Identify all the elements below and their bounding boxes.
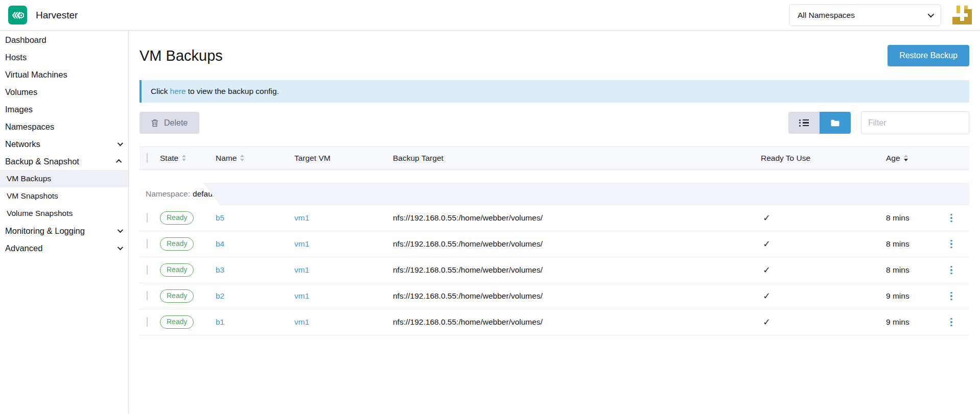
target-vm-link[interactable]: vm1 (294, 265, 309, 274)
user-avatar[interactable] (952, 6, 972, 25)
table-row: Ready b5 vm1 nfs://192.168.0.55:/home/we… (139, 205, 969, 231)
filter-input[interactable] (861, 111, 969, 134)
row-actions-menu[interactable] (947, 318, 956, 327)
main-content: VM Backups Restore Backup Click here to … (129, 31, 980, 414)
banner-text-post: to view the backup config. (188, 87, 279, 96)
sidebar-item-label: Networks (5, 139, 40, 149)
column-header-state[interactable]: State (160, 154, 216, 163)
sidebar-item-hosts[interactable]: Hosts (0, 48, 128, 66)
sidebar-item-label: Dashboard (5, 35, 46, 45)
sidebar-item-label: Volumes (5, 87, 37, 97)
column-header-target-vm[interactable]: Target VM (294, 154, 393, 163)
sidebar-item-monitoring-logging[interactable]: Monitoring & Logging (0, 222, 128, 239)
sidebar-item-vm-snapshots[interactable]: VM Snapshots (0, 187, 128, 205)
age-value: 9 mins (886, 291, 909, 300)
select-all-checkbox[interactable] (147, 153, 148, 163)
target-vm-link[interactable]: vm1 (294, 213, 309, 222)
state-badge: Ready (160, 315, 194, 329)
row-checkbox[interactable] (147, 291, 148, 301)
sidebar-item-dashboard[interactable]: Dashboard (0, 31, 128, 48)
table-row: Ready b4 vm1 nfs://192.168.0.55:/home/we… (139, 231, 969, 257)
column-header-label: Target VM (294, 154, 331, 163)
table-header-row: State Name Target VM Backup Target Ready… (139, 147, 969, 169)
row-checkbox[interactable] (147, 317, 148, 327)
chevron-down-icon (118, 140, 123, 146)
column-header-name[interactable]: Name (216, 154, 294, 163)
list-view-icon (799, 118, 809, 128)
sidebar-item-label: Images (5, 105, 33, 114)
backup-target-value: nfs://192.168.0.55:/home/webber/volumes/ (393, 239, 543, 248)
namespace-selector[interactable]: All Namespaces (789, 4, 941, 26)
group-label: Namespace: (146, 189, 190, 199)
top-header: Harvester All Namespaces (0, 0, 980, 31)
backup-config-banner: Click here to view the backup config. (139, 80, 969, 103)
row-actions-menu[interactable] (947, 266, 956, 275)
harvester-logo-icon (8, 6, 27, 25)
row-actions-menu[interactable] (947, 214, 956, 223)
sidebar-item-volumes[interactable]: Volumes (0, 83, 128, 101)
backup-name-link[interactable]: b5 (216, 213, 224, 222)
brand: Harvester (8, 6, 78, 25)
sidebar-item-vm-backups[interactable]: VM Backups (0, 170, 128, 187)
chevron-up-icon (116, 159, 122, 165)
table-toolbar: Delete (139, 111, 969, 134)
row-checkbox[interactable] (147, 213, 148, 223)
banner-here-link[interactable]: here (170, 87, 186, 96)
row-actions-menu[interactable] (947, 240, 956, 249)
banner-text-pre: Click (151, 87, 168, 96)
column-header-age[interactable]: Age (886, 154, 947, 163)
sidebar-item-volume-snapshots[interactable]: Volume Snapshots (0, 205, 128, 222)
row-actions-menu[interactable] (947, 292, 956, 301)
backup-name-link[interactable]: b3 (216, 265, 224, 274)
column-header-backup-target[interactable]: Backup Target (393, 154, 761, 163)
backup-name-link[interactable]: b1 (216, 318, 224, 326)
age-value: 9 mins (886, 318, 909, 326)
table-row: Ready b3 vm1 nfs://192.168.0.55:/home/we… (139, 257, 969, 283)
sidebar-item-networks[interactable]: Networks (0, 135, 128, 153)
namespace-group-tab: Namespace: default (139, 183, 220, 205)
ready-check-icon: ✓ (763, 291, 771, 301)
delete-button-label: Delete (164, 118, 188, 128)
state-badge: Ready (160, 237, 194, 251)
list-view-button[interactable] (788, 112, 820, 134)
app-title: Harvester (36, 10, 78, 21)
sort-carets-icon (182, 155, 186, 161)
target-vm-link[interactable]: vm1 (294, 318, 309, 326)
sidebar-item-label: Hosts (5, 53, 27, 62)
sidebar-item-label: Virtual Machines (5, 70, 67, 80)
sort-carets-icon (240, 155, 244, 161)
sidebar-item-label: Backup & Snapshot (5, 157, 79, 166)
sidebar-item-images[interactable]: Images (0, 101, 128, 118)
folder-icon (831, 119, 839, 127)
sidebar-item-virtual-machines[interactable]: Virtual Machines (0, 66, 128, 83)
sidebar-item-label: VM Snapshots (7, 191, 58, 201)
restore-backup-button[interactable]: Restore Backup (888, 45, 969, 66)
sidebar-item-label: Monitoring & Logging (5, 226, 85, 236)
chevron-down-icon (928, 11, 935, 18)
sidebar-item-advanced[interactable]: Advanced (0, 239, 128, 257)
row-checkbox[interactable] (147, 239, 148, 249)
group-view-button[interactable] (820, 112, 851, 134)
column-header-label: State (160, 154, 178, 163)
column-header-label: Ready To Use (761, 154, 810, 163)
column-header-ready-to-use[interactable]: Ready To Use (761, 154, 886, 163)
sidebar: Dashboard Hosts Virtual Machines Volumes… (0, 31, 129, 414)
age-value: 8 mins (886, 265, 909, 274)
sidebar-item-namespaces[interactable]: Namespaces (0, 118, 128, 135)
backup-name-link[interactable]: b4 (216, 239, 224, 248)
sidebar-item-label: Advanced (5, 243, 42, 253)
ready-check-icon: ✓ (763, 317, 771, 327)
group-value: default (193, 189, 217, 199)
column-header-label: Age (886, 154, 900, 163)
chevron-down-icon (118, 227, 123, 233)
namespace-selector-value: All Namespaces (798, 11, 855, 20)
sidebar-item-backup-snapshot[interactable]: Backup & Snapshot (0, 153, 128, 170)
target-vm-link[interactable]: vm1 (294, 239, 309, 248)
row-checkbox[interactable] (147, 265, 148, 275)
backup-name-link[interactable]: b2 (216, 291, 224, 300)
state-badge: Ready (160, 211, 194, 225)
target-vm-link[interactable]: vm1 (294, 291, 309, 300)
state-badge: Ready (160, 263, 194, 277)
page-title: VM Backups (139, 47, 223, 64)
delete-button[interactable]: Delete (139, 112, 199, 134)
